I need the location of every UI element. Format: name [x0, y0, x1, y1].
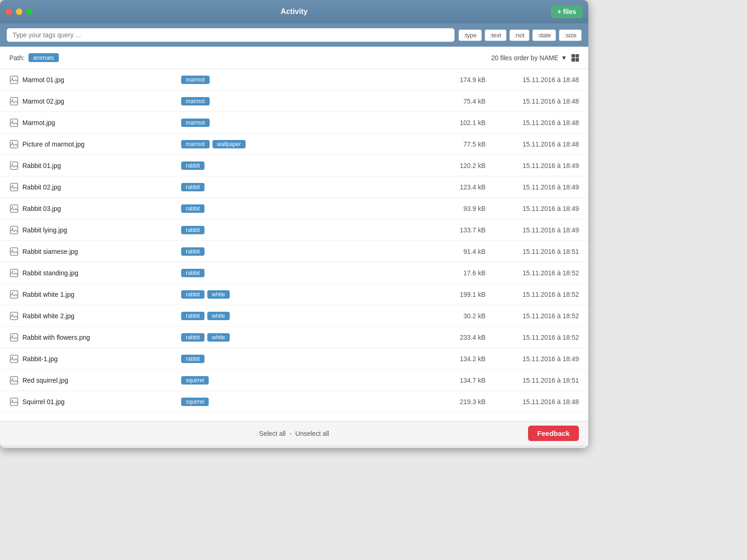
table-row[interactable]: Red squirrel.jpgsquirrel134.7 kB15.11.20… — [0, 370, 588, 391]
file-icon — [9, 376, 22, 385]
file-name: Rabbit lying.jpg — [22, 226, 181, 234]
unselect-all-link[interactable]: Unselect all — [296, 430, 329, 437]
path-tag[interactable]: animals — [28, 53, 59, 62]
file-icon — [9, 140, 22, 149]
grid-view-icon[interactable] — [571, 54, 579, 62]
search-tag-btn[interactable]: :text — [485, 29, 507, 41]
file-tag[interactable]: wallpaper — [212, 140, 246, 148]
table-row[interactable]: Marmot.jpgmarmot102.1 kB15.11.2016 à 18:… — [0, 112, 588, 133]
file-size: 77.5 kB — [430, 140, 486, 148]
file-tag[interactable]: rabbit — [181, 290, 204, 299]
file-tag[interactable]: white — [207, 333, 230, 342]
file-tag[interactable]: rabbit — [181, 333, 204, 342]
separator: - — [289, 430, 292, 437]
file-date: 15.11.2016 à 18:52 — [486, 312, 579, 320]
file-tag[interactable]: marmot — [181, 97, 210, 105]
file-tag[interactable]: rabbit — [181, 247, 204, 256]
table-row[interactable]: Rabbit-1.jpgrabbit134.2 kB15.11.2016 à 1… — [0, 348, 588, 370]
file-tag[interactable]: marmot — [181, 140, 210, 148]
table-row[interactable]: Rabbit 03.jpgrabbit93.9 kB15.11.2016 à 1… — [0, 198, 588, 219]
sort-chevron[interactable]: ▾ — [562, 53, 566, 62]
search-tag-btn[interactable]: :type — [458, 29, 482, 41]
file-icon — [9, 225, 22, 235]
file-name: Rabbit standing.jpg — [22, 269, 181, 277]
close-button[interactable] — [6, 8, 12, 15]
file-name: Rabbit 02.jpg — [22, 183, 181, 191]
file-name: Rabbit white 1.jpg — [22, 291, 181, 298]
file-tag[interactable]: rabbit — [181, 312, 204, 320]
table-row[interactable]: Rabbit with flowers.pngrabbitwhite233.4 … — [0, 327, 588, 348]
minimize-button[interactable] — [16, 8, 22, 15]
bottom-actions: Select all - Unselect all — [199, 430, 389, 437]
file-name: Rabbit-1.jpg — [22, 355, 181, 363]
file-date: 15.11.2016 à 18:48 — [486, 398, 579, 406]
bottom-bar: Select all - Unselect all Feedback — [0, 421, 588, 445]
file-tag[interactable]: rabbit — [181, 183, 204, 191]
select-all-link[interactable]: Select all — [259, 430, 286, 437]
file-tag[interactable]: rabbit — [181, 269, 204, 277]
search-input[interactable] — [7, 28, 455, 42]
file-icon — [9, 333, 22, 342]
file-tag[interactable]: rabbit — [181, 204, 204, 213]
feedback-button[interactable]: Feedback — [528, 426, 579, 441]
table-row[interactable]: Rabbit white 2.jpgrabbitwhite30.2 kB15.1… — [0, 305, 588, 327]
table-row[interactable]: Rabbit white 1.jpgrabbitwhite199.1 kB15.… — [0, 284, 588, 305]
search-tag-btn[interactable]: :not — [509, 29, 530, 41]
file-tags: rabbitwhite — [181, 290, 430, 299]
file-name: Picture of marmot.jpg — [22, 140, 181, 148]
search-bar: :type:text:not:date:size — [0, 23, 588, 47]
file-tag[interactable]: rabbit — [181, 226, 204, 234]
file-size: 174.9 kB — [430, 76, 486, 84]
file-size: 123.4 kB — [430, 183, 486, 191]
table-row[interactable]: Rabbit standing.jpgrabbit17.6 kB15.11.20… — [0, 262, 588, 284]
file-tags: rabbit — [181, 183, 430, 191]
file-tag[interactable]: white — [207, 290, 230, 299]
file-date: 15.11.2016 à 18:51 — [486, 248, 579, 255]
table-row[interactable]: Marmot 02.jpgmarmot75.4 kB15.11.2016 à 1… — [0, 91, 588, 112]
file-date: 15.11.2016 à 18:48 — [486, 76, 579, 84]
file-date: 15.11.2016 à 18:52 — [486, 291, 579, 298]
file-tag[interactable]: rabbit — [181, 355, 204, 363]
file-list: Marmot 01.jpgmarmot174.9 kB15.11.2016 à … — [0, 69, 588, 413]
file-size: 134.7 kB — [430, 377, 486, 384]
table-row[interactable]: Rabbit siamese.jpgrabbit91.4 kB15.11.201… — [0, 241, 588, 262]
file-icon — [9, 354, 22, 364]
file-tags: marmot — [181, 76, 430, 84]
title-bar: Activity + files — [0, 0, 588, 23]
file-name: Marmot 02.jpg — [22, 98, 181, 105]
window-title: Activity — [281, 7, 308, 16]
add-files-button[interactable]: + files — [551, 5, 583, 18]
file-tag[interactable]: squirrel — [181, 376, 209, 385]
table-row[interactable]: Marmot 01.jpgmarmot174.9 kB15.11.2016 à … — [0, 69, 588, 91]
file-icon — [9, 311, 22, 321]
file-icon — [9, 161, 22, 170]
file-tag[interactable]: rabbit — [181, 161, 204, 170]
file-icon — [9, 247, 22, 256]
file-name: Rabbit 03.jpg — [22, 205, 181, 212]
table-row[interactable]: Rabbit 02.jpgrabbit123.4 kB15.11.2016 à … — [0, 176, 588, 198]
table-row[interactable]: Rabbit 01.jpgrabbit120.2 kB15.11.2016 à … — [0, 155, 588, 176]
table-row[interactable]: Picture of marmot.jpgmarmotwallpaper77.5… — [0, 133, 588, 155]
file-icon — [9, 75, 22, 84]
file-size: 133.7 kB — [430, 226, 486, 234]
search-tag-btn[interactable]: :date — [532, 29, 556, 41]
file-tag[interactable]: marmot — [181, 76, 210, 84]
window-controls — [6, 8, 33, 15]
file-date: 15.11.2016 à 18:49 — [486, 183, 579, 191]
file-name: Rabbit white 2.jpg — [22, 312, 181, 320]
file-tag[interactable]: squirrel — [181, 398, 209, 406]
search-tag-btn[interactable]: :size — [559, 29, 582, 41]
table-row[interactable]: Squirrel 01.jpgsquirrel219.3 kB15.11.201… — [0, 391, 588, 413]
file-icon — [9, 182, 22, 192]
file-icon — [9, 290, 22, 299]
file-size: 219.3 kB — [430, 398, 486, 406]
maximize-button[interactable] — [26, 8, 33, 15]
file-name: Squirrel 01.jpg — [22, 398, 181, 406]
file-tags: rabbit — [181, 161, 430, 170]
table-row[interactable]: Rabbit lying.jpgrabbit133.7 kB15.11.2016… — [0, 219, 588, 241]
file-tag[interactable]: marmot — [181, 119, 210, 127]
file-date: 15.11.2016 à 18:49 — [486, 226, 579, 234]
file-tags: rabbit — [181, 226, 430, 234]
file-tag[interactable]: white — [207, 312, 230, 320]
file-size: 233.4 kB — [430, 334, 486, 341]
